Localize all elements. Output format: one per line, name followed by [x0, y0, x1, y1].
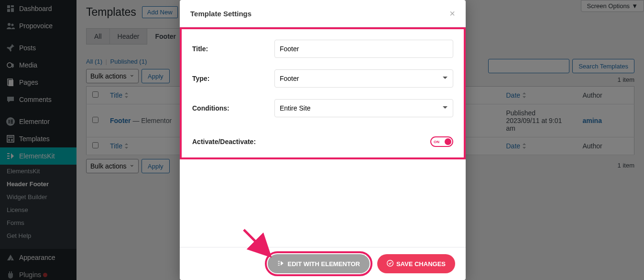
modal-header: Template Settings ×: [180, 0, 466, 27]
type-label: Type:: [192, 75, 274, 82]
conditions-select[interactable]: Entire Site: [274, 99, 453, 117]
svg-rect-17: [278, 261, 279, 262]
modal-footer: EDIT WITH ELEMENTOR SAVE CHANGES: [180, 247, 466, 280]
save-changes-button[interactable]: SAVE CHANGES: [377, 254, 455, 273]
toggle-state: ON: [434, 140, 439, 144]
toggle-knob: [445, 138, 451, 145]
svg-point-20: [387, 260, 393, 266]
svg-rect-18: [278, 263, 279, 264]
modal-body: Title: Type: Footer Conditions: Entire S…: [180, 27, 466, 247]
title-label: Title:: [192, 45, 274, 53]
highlight-annotation: Title: Type: Footer Conditions: Entire S…: [180, 27, 466, 159]
template-settings-modal: Template Settings × Title: Type: Footer …: [180, 0, 466, 280]
svg-rect-19: [278, 265, 279, 266]
title-input[interactable]: [274, 40, 453, 58]
elementskit-icon: [277, 259, 285, 269]
activate-toggle[interactable]: ON: [430, 136, 453, 147]
activate-label: Activate/Deactivate:: [192, 138, 274, 146]
close-icon[interactable]: ×: [449, 9, 455, 18]
edit-with-elementor-button[interactable]: EDIT WITH ELEMENTOR: [268, 254, 370, 273]
check-circle-icon: [387, 260, 393, 268]
modal-title: Template Settings: [190, 10, 251, 18]
type-select[interactable]: Footer: [274, 69, 453, 88]
conditions-label: Conditions:: [192, 104, 274, 112]
